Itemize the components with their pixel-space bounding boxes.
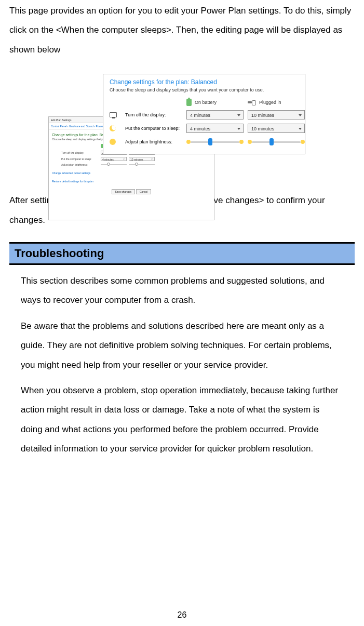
troubleshooting-para-1: This section describes some common probl…: [9, 265, 355, 310]
plug-icon: [248, 100, 256, 105]
save-changes-button[interactable]: Save changes: [112, 189, 136, 194]
sleep-plugged-dropdown[interactable]: 10 minutes: [248, 124, 305, 133]
back-sleep-plugged-dropdown[interactable]: 10 minutes: [129, 157, 155, 161]
col-plugged-in: Plugged in: [248, 100, 305, 105]
back-brightness-plugged-slider[interactable]: [129, 163, 155, 166]
section-heading-troubleshooting: Troubleshooting: [9, 242, 355, 265]
back-sleep-battery-dropdown[interactable]: 4 minutes: [101, 157, 127, 161]
cancel-button[interactable]: Cancel: [136, 189, 152, 194]
back-row-brightness-label: Adjust plan brightness:: [61, 163, 99, 166]
brightness-low-icon: [186, 140, 191, 144]
brightness-high-icon: [301, 140, 305, 144]
troubleshooting-para-2: Be aware that the problems and solutions…: [9, 310, 355, 375]
display-battery-dropdown[interactable]: 4 minutes: [186, 110, 244, 119]
plan-settings-dialog: Change settings for the plan: Balanced C…: [103, 74, 305, 154]
display-icon: [110, 112, 117, 117]
sleep-icon: [110, 125, 116, 131]
battery-icon: [186, 99, 192, 106]
row-brightness-label: Adjust plan brightness:: [125, 139, 182, 144]
col-on-battery: On battery: [186, 99, 244, 106]
intro-paragraph: This page provides an option for you to …: [9, 0, 355, 59]
figure-power-plan: Edit Plan Settings Control Panel › Hardw…: [9, 64, 355, 191]
brightness-plugged-slider[interactable]: [248, 137, 305, 146]
row-sleep-label: Put the computer to sleep:: [125, 126, 182, 131]
row-turn-off-display-label: Turn off the display:: [125, 112, 182, 117]
dialog-heading: Change settings for the plan: Balanced: [103, 74, 305, 87]
back-link-advanced[interactable]: Change advanced power settings: [49, 167, 214, 176]
troubleshooting-para-3: When you observe a problem, stop operati…: [9, 375, 355, 459]
brightness-icon: [110, 139, 116, 145]
page-number: 26: [0, 610, 364, 620]
display-plugged-dropdown[interactable]: 10 minutes: [248, 110, 305, 119]
back-row-display-label: Turn off the display:: [61, 151, 99, 154]
sleep-battery-dropdown[interactable]: 4 minutes: [186, 124, 244, 133]
dialog-subtitle: Choose the sleep and display settings th…: [103, 87, 305, 97]
brightness-low-icon: [248, 140, 252, 144]
back-row-sleep-label: Put the computer to sleep:: [61, 157, 99, 161]
brightness-high-icon: [239, 140, 244, 144]
back-link-restore[interactable]: Restore default settings for this plan: [49, 176, 214, 184]
back-brightness-battery-slider[interactable]: [101, 163, 127, 166]
brightness-battery-slider[interactable]: [186, 137, 244, 146]
